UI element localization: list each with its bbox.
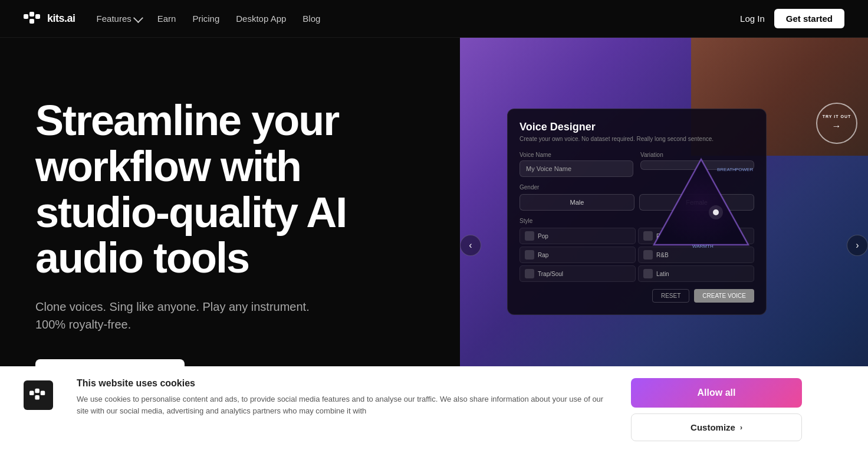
list-item[interactable]: Latin	[638, 265, 754, 282]
cookie-logo	[24, 380, 53, 410]
get-started-nav-button[interactable]: Get started	[774, 9, 844, 28]
cookie-text: We use cookies to personalise content an…	[77, 393, 607, 416]
svg-text:BREATH: BREATH	[717, 167, 736, 172]
nav-left: kits.ai Features Earn Pricing Desktop Ap…	[24, 12, 320, 26]
vd-create-voice-button[interactable]: CREATE VOICE	[694, 289, 754, 303]
nav-features[interactable]: Features	[97, 14, 141, 24]
list-item[interactable]: Rap	[520, 247, 636, 263]
arrow-right-icon: →	[823, 120, 851, 133]
cookie-title: This website uses cookies	[77, 378, 607, 389]
nav-blog[interactable]: Blog	[303, 14, 320, 24]
style-icon	[643, 250, 653, 260]
nav-links: Features Earn Pricing Desktop App Blog	[97, 14, 321, 24]
cookie-logo-inner	[24, 380, 53, 410]
svg-point-7	[709, 205, 723, 219]
list-item[interactable]: Trap/Soul	[520, 265, 636, 282]
vd-voice-name-input[interactable]: My Voice Name	[520, 160, 633, 177]
style-name: R&B	[656, 252, 669, 258]
try-it-out-badge[interactable]: TRY IT OUT →	[816, 103, 857, 144]
style-icon	[525, 269, 534, 278]
svg-rect-3	[29, 19, 34, 24]
vd-voice-name-label: Voice Name	[520, 152, 633, 158]
hero-subtitle: Clone voices. Sing like anyone. Play any…	[35, 298, 318, 333]
login-button[interactable]: Log In	[740, 14, 765, 24]
nav-right: Log In Get started	[740, 9, 844, 28]
nav-earn[interactable]: Earn	[157, 14, 176, 24]
svg-rect-2	[35, 14, 40, 19]
svg-text:POWER: POWER	[735, 167, 753, 172]
nav-pricing[interactable]: Pricing	[192, 14, 219, 24]
voice-designer-card: Voice Designer Create your own voice. No…	[507, 109, 767, 315]
style-name: Latin	[656, 271, 669, 277]
cookie-logo-icon	[29, 388, 47, 402]
voice-designer-subtitle: Create your own voice. No dataset requir…	[520, 136, 754, 142]
logo-icon	[24, 12, 42, 26]
style-icon	[525, 250, 534, 260]
logo-text: kits.ai	[47, 12, 75, 25]
svg-rect-14	[35, 395, 40, 400]
vd-voice-name-field: Voice Name My Voice Name	[520, 152, 633, 177]
list-item[interactable]: Pop	[520, 228, 636, 244]
vd-male-button[interactable]: Male	[520, 194, 634, 211]
svg-rect-12	[35, 389, 40, 393]
style-name: Trap/Soul	[538, 271, 563, 277]
customize-button[interactable]: Customize ›	[631, 413, 802, 441]
vd-reset-button[interactable]: RESET	[652, 289, 689, 303]
svg-rect-0	[24, 14, 28, 19]
svg-rect-1	[29, 12, 34, 17]
logo[interactable]: kits.ai	[24, 12, 75, 26]
hero-title: Streamline your workflow with studio-qua…	[35, 98, 425, 281]
carousel-prev-button[interactable]: ‹	[460, 235, 481, 256]
cookie-banner: This website uses cookies We use cookies…	[0, 366, 868, 453]
voice-designer-title: Voice Designer	[520, 121, 754, 133]
cookie-content: This website uses cookies We use cookies…	[77, 378, 607, 416]
style-name: Rap	[538, 252, 548, 258]
style-icon	[643, 269, 653, 278]
chevron-right-icon: ›	[740, 424, 742, 432]
svg-text:WARMTH: WARMTH	[692, 244, 714, 249]
style-icon	[525, 231, 534, 241]
allow-all-button[interactable]: Allow all	[631, 378, 802, 408]
nav-desktop-app[interactable]: Desktop App	[236, 14, 286, 24]
triangle-visualization: BREATH POWER WARMTH	[648, 156, 754, 251]
svg-rect-11	[29, 391, 34, 396]
svg-rect-13	[41, 391, 45, 396]
carousel-next-button[interactable]: ›	[847, 235, 868, 256]
navbar: kits.ai Features Earn Pricing Desktop Ap…	[0, 0, 868, 38]
style-name: Pop	[538, 233, 548, 239]
cookie-actions: Allow all Customize ›	[631, 378, 802, 441]
vd-footer: RESET CREATE VOICE	[520, 289, 754, 303]
chevron-down-icon	[133, 13, 143, 23]
